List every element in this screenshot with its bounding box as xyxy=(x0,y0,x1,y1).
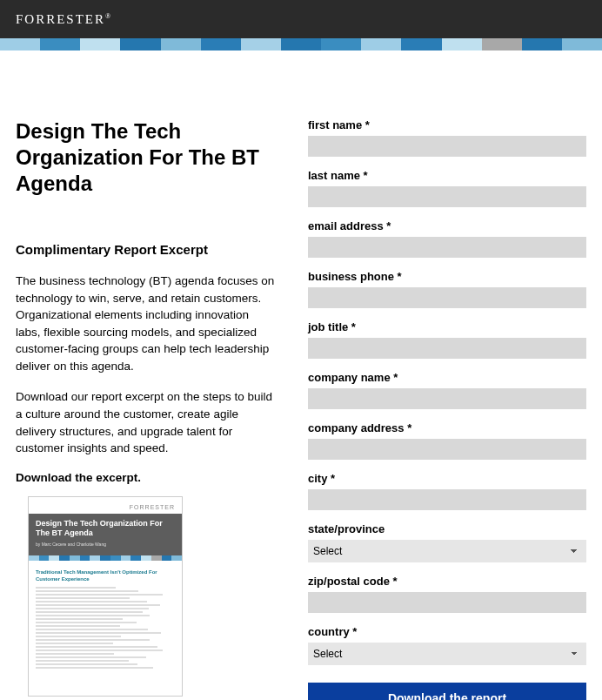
thumb-brand: FORRESTER xyxy=(36,504,175,510)
field-label: email address * xyxy=(308,219,586,232)
main-container: Design The Tech Organization For The BT … xyxy=(0,50,602,700)
thumb-section-heading: Traditional Tech Management Isn't Optimi… xyxy=(36,569,175,583)
content-column: Design The Tech Organization For The BT … xyxy=(16,118,275,700)
download-label: Download the excerpt. xyxy=(16,471,275,484)
thumb-titlebox: Design The Tech Organization For The BT … xyxy=(29,514,182,555)
text-input[interactable] xyxy=(308,439,586,460)
text-input[interactable] xyxy=(308,592,586,613)
text-input[interactable] xyxy=(308,287,586,308)
paragraph-2: Download our report excerpt on the steps… xyxy=(16,388,275,456)
field-label: company address * xyxy=(308,421,586,434)
submit-button[interactable]: Download the report xyxy=(308,683,586,700)
page-title: Design The Tech Organization For The BT … xyxy=(16,118,275,197)
paragraph-1: The business technology (BT) agenda focu… xyxy=(16,273,275,374)
top-header: FORRESTER® xyxy=(0,0,602,38)
select-input[interactable]: Select xyxy=(308,643,586,665)
select-input[interactable]: Select xyxy=(308,540,586,562)
report-thumbnail: FORRESTER Design The Tech Organization F… xyxy=(28,496,183,697)
text-input[interactable] xyxy=(308,237,586,258)
form-group: email address * xyxy=(308,219,586,258)
form-group: job title * xyxy=(308,320,586,359)
thumb-colorbar xyxy=(29,555,182,561)
text-input[interactable] xyxy=(308,338,586,359)
form-group: city * xyxy=(308,472,586,510)
form-group: last name * xyxy=(308,169,586,207)
thumb-body: Traditional Tech Management Isn't Optimi… xyxy=(36,561,175,669)
form-group: business phone * xyxy=(308,270,586,308)
text-input[interactable] xyxy=(308,136,586,157)
text-input[interactable] xyxy=(308,489,586,510)
brand-logo: FORRESTER® xyxy=(16,12,112,27)
field-label: business phone * xyxy=(308,270,586,283)
form-group: company address * xyxy=(308,421,586,460)
field-label: country * xyxy=(308,625,586,638)
form-group: first name * xyxy=(308,118,586,157)
thumb-meta: by Marc Cecere and Charlotte Wang xyxy=(36,542,175,547)
field-label: job title * xyxy=(308,320,586,333)
field-label: state/province xyxy=(308,522,586,535)
form-group: country *Select xyxy=(308,625,586,665)
field-label: city * xyxy=(308,472,586,485)
form-group: state/provinceSelect xyxy=(308,522,586,562)
form-column: first name *last name *email address *bu… xyxy=(308,118,586,700)
form-group: zip/postal code * xyxy=(308,575,586,613)
field-label: first name * xyxy=(308,118,586,131)
thumb-title: Design The Tech Organization For The BT … xyxy=(36,519,175,539)
form-group: company name * xyxy=(308,371,586,409)
field-label: last name * xyxy=(308,169,586,182)
field-label: company name * xyxy=(308,371,586,384)
text-input[interactable] xyxy=(308,388,586,409)
field-label: zip/postal code * xyxy=(308,575,586,588)
text-input[interactable] xyxy=(308,186,586,207)
color-bar xyxy=(0,38,602,50)
subtitle: Complimentary Report Excerpt xyxy=(16,242,275,257)
